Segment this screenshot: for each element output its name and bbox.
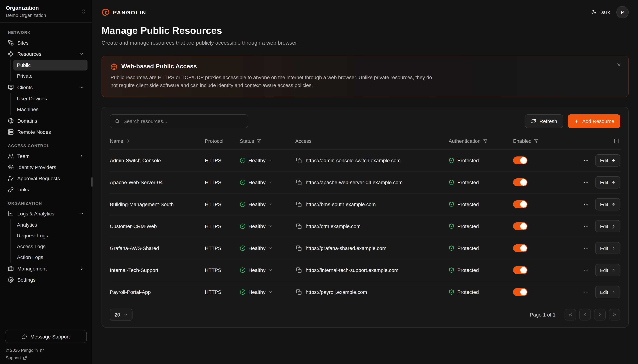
row-menu-button[interactable] <box>582 222 590 231</box>
search-input[interactable] <box>123 118 243 125</box>
arrow-right-icon <box>611 268 615 272</box>
enabled-toggle[interactable] <box>513 288 527 296</box>
theme-toggle[interactable]: Dark <box>591 9 610 15</box>
sidebar-item-label: Domains <box>17 118 37 124</box>
row-menu-button[interactable] <box>582 288 590 296</box>
user-check-icon <box>8 175 14 181</box>
shield-check-icon <box>449 180 454 186</box>
enabled-toggle[interactable] <box>513 244 527 252</box>
status-dropdown[interactable]: Healthy <box>240 289 295 295</box>
last-page-button[interactable] <box>609 309 620 321</box>
sidebar-resize-handle[interactable] <box>92 177 93 187</box>
resource-url[interactable]: https://apache-web-server-04.example.com <box>306 180 403 186</box>
copy-url-button[interactable] <box>295 289 302 296</box>
enabled-toggle[interactable] <box>513 157 527 164</box>
copy-url-button[interactable] <box>295 179 302 186</box>
copy-url-button[interactable] <box>295 201 302 208</box>
next-page-button[interactable] <box>594 309 605 321</box>
status-dropdown[interactable]: Healthy <box>240 224 295 229</box>
resource-url[interactable]: https://bms-south.example.com <box>306 202 376 207</box>
prev-page-button[interactable] <box>579 309 591 321</box>
resource-name[interactable]: Customer-CRM-Web <box>110 224 205 229</box>
resource-url[interactable]: https://internal-tech-support.example.co… <box>306 268 398 273</box>
sidebar-item-settings[interactable]: Settings <box>4 274 88 285</box>
sidebar-item-links[interactable]: Links <box>4 184 88 195</box>
page-size-select[interactable]: 20 <box>110 309 132 321</box>
resource-name[interactable]: Internal-Tech-Support <box>110 268 205 273</box>
search-icon <box>115 119 120 124</box>
edit-button[interactable]: Edit <box>595 264 620 276</box>
row-menu-button[interactable] <box>582 156 590 165</box>
status-dropdown[interactable]: Healthy <box>240 158 295 164</box>
search-box <box>110 114 248 128</box>
sidebar-item-identity-providers[interactable]: Identity Providers <box>4 162 88 173</box>
check-circle-icon <box>240 180 245 186</box>
sidebar-item-request-logs[interactable]: Request Logs <box>13 230 88 241</box>
sidebar-item-private[interactable]: Private <box>13 70 88 81</box>
org-selector[interactable]: Organization Demo Organization <box>0 0 92 23</box>
row-menu-button[interactable] <box>582 266 590 274</box>
resource-url[interactable]: https://grafana-shared.example.com <box>306 246 386 251</box>
sidebar-item-access-logs[interactable]: Access Logs <box>13 241 88 252</box>
resource-name[interactable]: Admin-Switch-Console <box>110 158 205 164</box>
first-page-button[interactable] <box>564 309 576 321</box>
message-support-button[interactable]: Message Support <box>5 330 87 343</box>
edit-button[interactable]: Edit <box>595 220 620 232</box>
sidebar-item-user-devices[interactable]: User Devices <box>13 93 88 104</box>
sidebar-item-team[interactable]: Team <box>4 150 88 162</box>
column-header-status[interactable]: Status <box>240 138 295 144</box>
edit-button[interactable]: Edit <box>595 154 620 167</box>
edit-button[interactable]: Edit <box>595 198 620 210</box>
sidebar-item-approval-requests[interactable]: Approval Requests <box>4 173 88 184</box>
resource-url[interactable]: https://admin-console-switch.example.com <box>306 158 401 164</box>
edit-button[interactable]: Edit <box>595 242 620 254</box>
column-header-authentication[interactable]: Authentication <box>449 138 513 144</box>
column-settings-button[interactable] <box>612 137 620 145</box>
sidebar-item-logs-analytics[interactable]: Logs & Analytics <box>4 208 88 219</box>
sidebar-item-action-logs[interactable]: Action Logs <box>13 252 88 262</box>
status-dropdown[interactable]: Healthy <box>240 268 295 273</box>
add-resource-button[interactable]: Add Resource <box>568 114 620 128</box>
sidebar-item-sites[interactable]: Sites <box>4 37 88 48</box>
status-dropdown[interactable]: Healthy <box>240 180 295 186</box>
brand[interactable]: PANGOLIN <box>102 8 146 16</box>
copy-url-button[interactable] <box>295 245 302 252</box>
status-dropdown[interactable]: Healthy <box>240 246 295 251</box>
row-menu-button[interactable] <box>582 200 590 209</box>
resource-name[interactable]: Payroll-Portal-App <box>110 289 205 295</box>
row-menu-button[interactable] <box>582 244 590 253</box>
column-header-enabled[interactable]: Enabled <box>513 138 562 144</box>
sidebar-item-machines[interactable]: Machines <box>13 104 88 115</box>
avatar[interactable]: P <box>616 6 629 18</box>
banner-close-button[interactable] <box>615 61 623 70</box>
monitor-icon <box>8 84 14 90</box>
resource-url[interactable]: https://crm.example.com <box>306 224 361 229</box>
support-link[interactable]: Support <box>6 355 86 360</box>
pangolin-logo-icon <box>102 8 110 16</box>
edit-button[interactable]: Edit <box>595 176 620 189</box>
resource-name[interactable]: Grafana-AWS-Shared <box>110 246 205 251</box>
column-header-name[interactable]: Name <box>110 138 205 144</box>
copy-url-button[interactable] <box>295 267 302 274</box>
enabled-toggle[interactable] <box>513 266 527 274</box>
status-dropdown[interactable]: Healthy <box>240 202 295 207</box>
sidebar-item-domains[interactable]: Domains <box>4 115 88 126</box>
refresh-button[interactable]: Refresh <box>525 114 563 128</box>
enabled-toggle[interactable] <box>513 178 527 186</box>
edit-button[interactable]: Edit <box>595 286 620 298</box>
sidebar-item-clients[interactable]: Clients <box>4 82 88 93</box>
resource-url[interactable]: https://payroll.example.com <box>306 289 367 295</box>
copyright-link[interactable]: © 2026 Pangolin <box>6 348 86 353</box>
resource-name[interactable]: Apache-Web-Server-04 <box>110 180 205 186</box>
sidebar-item-remote-nodes[interactable]: Remote Nodes <box>4 126 88 138</box>
resource-name[interactable]: Building-Management-South <box>110 202 205 207</box>
copy-url-button[interactable] <box>295 157 302 164</box>
enabled-toggle[interactable] <box>513 200 527 208</box>
sidebar-item-resources[interactable]: Resources <box>4 48 88 59</box>
enabled-toggle[interactable] <box>513 222 527 230</box>
copy-url-button[interactable] <box>295 223 302 230</box>
sidebar-item-analytics[interactable]: Analytics <box>13 220 88 230</box>
sidebar-item-public[interactable]: Public <box>13 60 88 70</box>
sidebar-item-management[interactable]: Management <box>4 263 88 274</box>
row-menu-button[interactable] <box>582 178 590 187</box>
